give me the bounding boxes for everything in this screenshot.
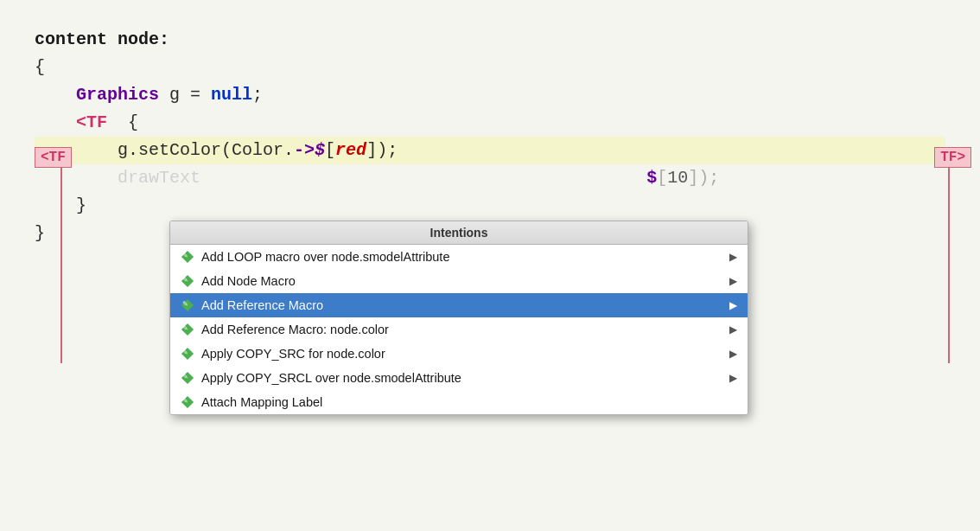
intention-arrow-1: ▶ [729,251,737,263]
intention-icon-4 [181,323,194,336]
intention-item-5[interactable]: Apply COPY_SRC for node.color ▶ [170,342,748,366]
intention-item-4[interactable]: Add Reference Macro: node.color ▶ [170,317,748,342]
intention-label-5: Apply COPY_SRC for node.color [201,347,722,361]
intention-icon-3 [181,298,194,312]
intention-label-3: Add Reference Macro [201,298,722,312]
intention-item-3[interactable]: Add Reference Macro ▶ [170,293,748,317]
intention-arrow-2: ▶ [729,275,737,287]
intention-label-4: Add Reference Macro: node.color [201,323,722,336]
code-line-7: } [35,192,945,220]
code-line-6: drawText $[10]); [35,164,945,192]
intentions-list: Add LOOP macro over node.smodelAttribute… [170,245,748,414]
intentions-header: Intentions [170,221,748,245]
intention-item-6[interactable]: Apply COPY_SRCL over node.smodelAttribut… [170,366,748,390]
intention-label-6: Apply COPY_SRCL over node.smodelAttribut… [201,371,722,385]
intention-label-7: Attach Mapping Label [201,395,737,409]
intention-label-1: Add LOOP macro over node.smodelAttribute [201,250,722,264]
intention-arrow-5: ▶ [729,348,737,360]
intention-icon-5 [181,347,194,361]
intention-item-1[interactable]: Add LOOP macro over node.smodelAttribute… [170,245,748,269]
intention-icon-7 [181,395,194,409]
code-line-4: <TF { [35,109,945,137]
intention-arrow-3: ▶ [729,299,737,311]
tf-right-tag: TF> [934,147,971,168]
intention-arrow-6: ▶ [729,372,737,384]
intention-icon-1 [181,250,194,264]
code-line-1: content node: [35,26,945,54]
intention-arrow-4: ▶ [729,323,737,336]
intention-label-2: Add Node Macro [201,274,722,288]
bracket-right [948,147,950,363]
code-line-5: g.setColor(Color.->$[red]); [35,137,945,164]
code-line-3: Graphics g = null; [35,81,945,109]
intention-icon-2 [181,274,194,288]
intention-item-7[interactable]: Attach Mapping Label [170,390,748,414]
intention-item-2[interactable]: Add Node Macro ▶ [170,269,748,293]
intentions-popup: Intentions Add LOOP macro over node.smod… [169,221,748,415]
bracket-left [60,147,62,363]
tf-left-tag: <TF [35,147,72,168]
intention-icon-6 [181,371,194,385]
code-line-2: { [35,54,945,81]
